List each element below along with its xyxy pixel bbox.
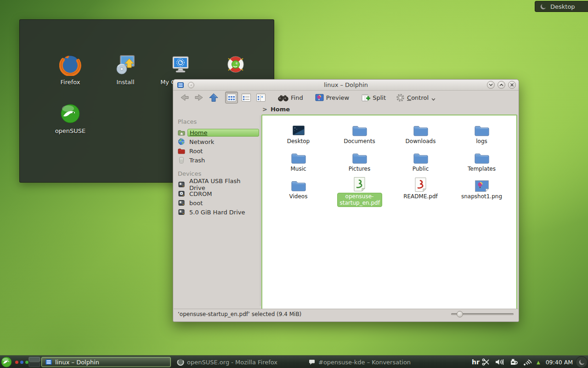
task-firefox[interactable]: openSUSE.org - Mozilla Firefox [174,357,303,367]
places-panel: Places Home Network Root Trash Devices [176,115,260,306]
trash-icon [178,156,185,164]
keyboard-layout-indicator[interactable]: hr [472,358,480,366]
dolphin-window: linux – Dolphin Find Preview Split [173,79,519,322]
place-root[interactable]: Root [176,146,260,155]
back-button[interactable] [180,93,190,102]
control-button[interactable]: Control [396,93,435,102]
system-tray: hr ▲ 09:40 AM [472,356,588,368]
install-disc-icon [114,54,136,76]
file-item[interactable]: Downloads [390,121,451,149]
green-dot-icon [25,361,28,364]
icons-view-icon [226,93,237,102]
task-konversation[interactable]: #opensuse-kde – Konversation [305,357,436,367]
file-item[interactable]: Videos [268,177,329,204]
chevron-down-icon [488,82,493,87]
file-item[interactable]: Desktop [268,121,329,149]
desktop-toolbox-label: Desktop [550,3,575,10]
toolbar: Find Preview Split Control [173,91,519,104]
file-item[interactable]: README.pdf [390,177,451,204]
gear-icon [396,93,405,102]
zoom-slider[interactable] [451,313,514,315]
firefox-icon [177,358,184,366]
desktop-icon-opensuse[interactable]: openSUSE [45,103,96,134]
dolphin-icon [45,358,52,366]
panel-toolbox-button[interactable] [576,356,588,368]
task-dolphin[interactable]: linux – Dolphin [41,357,171,367]
clock[interactable]: 09:40 AM [546,359,573,366]
devices-header: Devices [178,170,260,177]
desktop-toolbox-button[interactable]: Desktop [535,1,588,12]
tray-expander-icon[interactable]: ▲ [537,360,540,365]
preview-button[interactable]: Preview [315,94,350,101]
desktop: Desktop Firefox Install My Computer Onli… [0,0,588,368]
folder-icon [291,177,306,192]
location-bar[interactable]: > Home [173,104,519,115]
globe-icon [178,138,185,145]
forward-button[interactable] [194,93,204,102]
file-item[interactable]: Templates [451,149,512,177]
virtual-desktop-pager[interactable] [28,356,40,368]
status-bar: ‘opensuse-startup_en.pdf’ selected (9.4 … [174,309,518,319]
place-network[interactable]: Network [176,137,260,146]
file-view[interactable]: Desktop Documents Downloads logs Music P… [261,115,517,310]
desktop-folder-icon [291,121,306,137]
app-launcher-button[interactable] [1,356,12,368]
image-file-icon [475,177,489,192]
chevron-down-icon [431,98,435,101]
device-usb-flash-drive[interactable]: ADATA USB Flash Drive [176,180,260,189]
place-home[interactable]: Home [176,128,260,137]
quicklaunch-dots[interactable] [15,361,28,364]
window-title: linux – Dolphin [173,81,519,88]
breadcrumb[interactable]: Home [271,106,290,113]
folder-icon [352,121,368,137]
file-item[interactable]: Pictures [329,149,390,177]
chevron-up-icon [499,82,504,87]
folder-icon [474,149,490,165]
computer-monitor-icon [170,54,192,76]
blue-dot-icon [20,361,23,364]
minimize-button[interactable] [487,81,495,89]
file-item[interactable]: Music [268,149,329,177]
find-button[interactable]: Find [278,94,303,102]
printer-icon[interactable] [509,358,518,366]
details-view-button[interactable] [240,92,253,104]
desktop-icon-install[interactable]: Install [100,54,151,86]
icons-view-button[interactable] [225,92,238,104]
cashew-icon [578,359,585,366]
file-item[interactable]: snapshot1.png [451,177,512,204]
preview-image-icon [315,94,324,101]
volume-icon[interactable] [495,358,505,366]
firefox-icon [59,54,81,76]
columns-view-button[interactable] [254,92,267,104]
taskbar: linux – Dolphin openSUSE.org - Mozilla F… [0,355,588,368]
file-item[interactable]: Public [390,149,451,177]
drive-icon [178,181,185,188]
device-boot[interactable]: boot [176,198,260,207]
red-folder-icon [178,148,185,155]
file-item-selected[interactable]: opensuse-startup_en.pdf [329,177,390,204]
titlebar[interactable]: linux – Dolphin [173,80,519,91]
klipper-scissors-icon[interactable] [482,358,490,366]
place-trash[interactable]: Trash [176,155,260,165]
columns-view-icon [256,93,266,102]
file-item[interactable]: logs [451,121,512,149]
lifebuoy-help-icon [225,54,247,76]
folder-icon [413,149,429,165]
home-folder-icon [178,129,185,136]
zoom-slider-handle[interactable] [457,311,463,317]
split-view-icon [362,94,370,102]
drive-icon [178,208,185,216]
network-signal-icon[interactable] [523,358,532,366]
maximize-button[interactable] [498,81,505,89]
desktop-icon-firefox[interactable]: Firefox [45,54,96,86]
device-hard-drive[interactable]: 5.0 GiB Hard Drive [176,207,260,217]
file-item[interactable]: Documents [329,121,390,149]
folder-icon [474,121,490,137]
drive-icon [178,199,185,207]
pdf-file-icon [353,177,366,192]
split-button[interactable]: Split [362,94,386,102]
geeko-ball-icon [59,103,81,125]
up-button[interactable] [209,93,219,103]
folder-icon [352,149,368,165]
close-button[interactable] [508,81,516,89]
